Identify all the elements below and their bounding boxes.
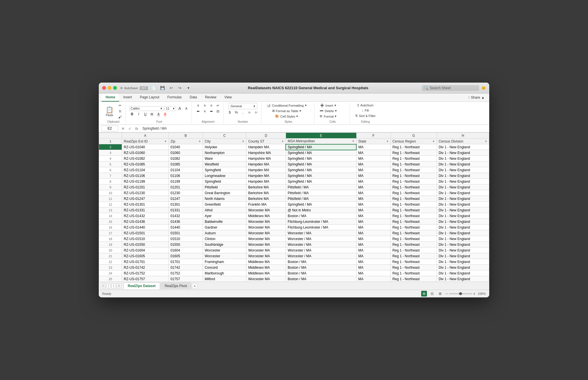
sheet-tab-realzips-pivot[interactable]: RealZips Pivot [160,282,191,289]
cell-B16[interactable]: 01440 [169,225,203,230]
table-row[interactable]: 25RZ-US-0175701757MilfordWorcester MABos… [99,276,489,282]
cell-F10[interactable]: MA [356,190,390,196]
cell-H13[interactable]: Div 1 - New England [437,207,489,213]
cell-C12[interactable]: Greenfield [203,202,246,207]
col-header-F[interactable]: F [356,133,390,139]
tab-data[interactable]: Data [186,93,201,102]
cell-C19[interactable]: Southbridge [203,242,246,248]
underline-button[interactable]: U [142,112,148,117]
cell-C2[interactable]: Holyoke [203,144,246,150]
cell-G19[interactable]: Reg 1 - Northeast [390,242,437,248]
cell-E6[interactable]: Springfield / MA [286,167,356,173]
col-F-header[interactable]: State ▼ [356,139,390,144]
cell-G3[interactable]: Reg 1 - Northeast [390,150,437,156]
cell-B15[interactable]: 01436 [169,219,203,225]
search-bar[interactable]: 🔍 Search Sheet [422,85,479,91]
file-icon[interactable]: 📄 [150,85,158,91]
cell-H20[interactable]: Div 1 - New England [437,248,489,253]
cell-G13[interactable]: Reg 1 - Northeast [390,207,437,213]
cell-B17[interactable]: 01501 [169,230,203,236]
cell-F20[interactable]: MA [356,248,390,253]
cell-D14[interactable]: Middlesex MA [246,213,286,219]
table-row[interactable]: 17RZ-US-0150101501AuburnWorcester MAWorc… [99,230,489,236]
col-D-filter-icon[interactable]: ▼ [281,140,284,143]
paste-button[interactable]: 📋 Paste [103,105,116,118]
sheet-nav-first[interactable]: ⟨⟨ [101,284,106,288]
cell-D22[interactable]: Middlesex MA [246,259,286,265]
align-top-right-button[interactable]: ≡ [208,103,214,108]
cell-G18[interactable]: Reg 1 - Northeast [390,236,437,242]
align-left-button[interactable]: ⬅ [195,109,201,114]
close-button[interactable] [102,86,106,90]
cell-A19[interactable]: RZ-US-01550 [122,242,169,248]
col-A-header[interactable]: RealZips Ext ID ▼ [122,139,169,144]
cell-B22[interactable]: 01701 [169,259,203,265]
cell-A20[interactable]: RZ-US-01604 [122,248,169,253]
cell-A4[interactable]: RZ-US-01082 [122,156,169,161]
cell-A15[interactable]: RZ-US-01436 [122,219,169,225]
cell-B10[interactable]: 01230 [169,190,203,196]
cell-B12[interactable]: 01301 [169,202,203,207]
cell-A2[interactable]: RZ-US-01040 [122,144,169,150]
cell-C6[interactable]: Springfield [203,167,246,173]
percent-button[interactable]: % [233,110,239,115]
copy-button[interactable]: ⎘ [117,109,123,114]
cell-E21[interactable]: Worcester / MA [286,253,356,259]
redo-icon[interactable]: ↪ [176,85,183,91]
wrap-text-button[interactable]: ↵ [215,103,221,108]
col-G-header[interactable]: Census Region ▼ [390,139,437,144]
cell-F7[interactable]: MA [356,173,390,179]
cell-E24[interactable]: Boston / MA [286,270,356,276]
cell-G15[interactable]: Reg 1 - Northeast [390,219,437,225]
tab-review[interactable]: Review [201,93,220,102]
cell-H7[interactable]: Div 1 - New England [437,173,489,179]
sheet-tab-realzips-dataset[interactable]: RealZips Dataset [123,282,160,289]
cell-G9[interactable]: Reg 1 - Northeast [390,184,437,190]
col-header-H[interactable]: H [437,133,489,139]
cell-F25[interactable]: MA [356,276,390,282]
font-name-select[interactable]: Calibri ▾ [129,106,164,111]
table-row[interactable]: 3RZ-US-0106001060NorthamptonHampshire MA… [99,150,489,156]
cell-E4[interactable]: Springfield / MA [286,156,356,161]
cell-C17[interactable]: Auburn [203,230,246,236]
fill-button[interactable]: ↓ Fill [360,108,371,113]
cell-C7[interactable]: Longmeadow [203,173,246,179]
cell-B9[interactable]: 01201 [169,184,203,190]
cell-B8[interactable]: 01199 [169,179,203,184]
table-row[interactable]: 22RZ-US-0170101701FraminghamMiddlesex MA… [99,259,489,265]
cell-C5[interactable]: Westfield [203,161,246,167]
cell-G7[interactable]: Reg 1 - Northeast [390,173,437,179]
cell-E23[interactable]: Boston / MA [286,265,356,270]
cell-H3[interactable]: Div 1 - New England [437,150,489,156]
sheet-nav-prev[interactable]: ⟨ [106,284,111,288]
cell-G23[interactable]: Reg 1 - Northeast [390,265,437,270]
cell-A11[interactable]: RZ-US-01247 [122,196,169,202]
cell-D5[interactable]: Hampden MA [246,161,286,167]
cell-A18[interactable]: RZ-US-01510 [122,236,169,242]
cell-E2[interactable]: Springfield / MA [286,144,356,150]
minimize-button[interactable] [108,86,111,90]
autosave-state[interactable]: OFF [140,86,148,90]
cell-E14[interactable]: Boston / MA [286,213,356,219]
insert-function-button[interactable]: fx [134,126,140,131]
autosum-button[interactable]: Σ AutoSum [356,103,375,108]
format-as-table-button[interactable]: ⊞ Format as Table ▾ [270,108,303,113]
cell-A10[interactable]: RZ-US-01230 [122,190,169,196]
cell-H18[interactable]: Div 1 - New England [437,236,489,242]
cell-D21[interactable]: Worcester MA [246,253,286,259]
cell-D15[interactable]: Worcester MA [246,219,286,225]
cell-E7[interactable]: Springfield / MA [286,173,356,179]
cell-F14[interactable]: MA [356,213,390,219]
cell-H9[interactable]: Div 1 - New England [437,184,489,190]
cell-C4[interactable]: Ware [203,156,246,161]
col-header-A[interactable]: A [122,133,169,139]
cell-F2[interactable]: MA [356,144,390,150]
cell-F9[interactable]: MA [356,184,390,190]
cell-G22[interactable]: Reg 1 - Northeast [390,259,437,265]
cell-F15[interactable]: MA [356,219,390,225]
cell-G14[interactable]: Reg 1 - Northeast [390,213,437,219]
cut-button[interactable]: ✂ [117,103,123,108]
table-row[interactable]: 14RZ-US-0143201432AyerMiddlesex MABoston… [99,213,489,219]
cell-D9[interactable]: Berkshire MA [246,184,286,190]
cell-D7[interactable]: Hampden MA [246,173,286,179]
